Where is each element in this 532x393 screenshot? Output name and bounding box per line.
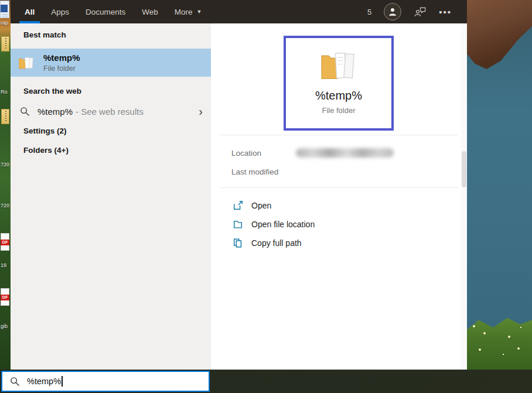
best-match-title: %temp% — [43, 53, 80, 63]
windows-search-screen: rap Ro 720 720 DF 19 DF gib All Apps Doc… — [0, 0, 532, 393]
last-modified-label: Last modified — [231, 168, 278, 176]
best-match-result[interactable]: %temp% File folder — [11, 49, 211, 77]
person-icon — [387, 6, 398, 17]
preview-title: %temp% — [315, 89, 362, 102]
web-result-query: %temp% — [37, 107, 73, 117]
web-search-result[interactable]: %temp% - See web results › — [11, 101, 211, 121]
divider — [220, 135, 458, 135]
taskbar: %temp% e ❖ — [0, 370, 532, 393]
word-document-icon — [0, 1, 9, 18]
tab-documents[interactable]: Documents — [77, 0, 134, 23]
best-match-header: Best match — [23, 30, 66, 39]
scrollbar-thumb[interactable] — [462, 151, 466, 187]
tab-web[interactable]: Web — [134, 0, 166, 23]
file-folder-icon — [318, 48, 360, 82]
taskbar-search-input[interactable]: %temp% — [1, 371, 210, 392]
desktop-label-fragment: gib — [1, 323, 8, 329]
text-cursor — [62, 376, 63, 387]
copy-icon — [233, 238, 243, 248]
desktop-label-fragment: Ro — [1, 89, 8, 95]
more-options-icon[interactable]: ••• — [439, 7, 452, 17]
desktop-label-fragment: 720 — [1, 162, 9, 168]
best-match-subtitle: File folder — [43, 64, 80, 73]
pdf-file-icon: DF — [1, 288, 9, 306]
copy-full-path-action[interactable]: Copy full path — [233, 235, 302, 251]
chevron-right-icon[interactable]: › — [199, 105, 203, 117]
location-label: Location — [231, 149, 261, 158]
pdf-file-icon: DF — [1, 233, 9, 251]
desktop-label-fragment: 720 — [1, 203, 9, 209]
folders-group-header[interactable]: Folders (4+) — [23, 146, 69, 155]
settings-group-header[interactable]: Settings (2) — [23, 127, 67, 135]
wallpaper-cliff — [467, 0, 532, 69]
file-folder-icon — [18, 55, 35, 70]
open-file-location-action[interactable]: Open file location — [233, 217, 315, 232]
desktop-label-fragment: 19 — [1, 262, 6, 268]
desktop-wallpaper-left: rap Ro 720 720 DF 19 DF gib — [0, 0, 11, 370]
filter-tabs: All Apps Documents Web More▼ — [16, 0, 210, 23]
location-value-redacted — [296, 148, 394, 158]
tab-more[interactable]: More▼ — [166, 0, 210, 23]
feedback-icon[interactable] — [414, 6, 427, 18]
notification-count: 5 — [367, 8, 371, 16]
zip-folder-icon — [1, 109, 9, 124]
tab-all[interactable]: All — [16, 0, 43, 23]
divider — [220, 187, 458, 188]
tab-apps[interactable]: Apps — [43, 0, 77, 23]
search-input-value: %temp% — [27, 377, 61, 386]
chevron-down-icon: ▼ — [197, 9, 202, 15]
web-result-suffix: - See web results — [76, 107, 144, 117]
desktop-wallpaper-right — [467, 0, 532, 370]
zip-folder-icon — [1, 36, 9, 52]
search-icon — [10, 377, 20, 387]
open-icon — [233, 200, 243, 211]
preview-subtitle: File folder — [322, 106, 355, 115]
open-action[interactable]: Open — [233, 198, 271, 213]
search-filter-bar: All Apps Documents Web More▼ 5 ••• — [11, 0, 467, 23]
search-icon — [20, 107, 30, 117]
preview-card: %temp% File folder — [284, 36, 394, 131]
search-results-panel: Best match %temp% File folder Search the… — [11, 23, 211, 370]
search-the-web-header: Search the web — [23, 87, 81, 95]
result-preview-panel: %temp% File folder Location Last modifie… — [211, 23, 467, 370]
scrollbar[interactable] — [461, 23, 467, 370]
topbar-right-group: 5 ••• — [367, 3, 452, 20]
folder-location-icon — [233, 219, 243, 230]
desktop-label-fragment: rap — [1, 20, 8, 26]
user-avatar[interactable] — [384, 3, 401, 20]
wallpaper-grass — [467, 316, 532, 370]
